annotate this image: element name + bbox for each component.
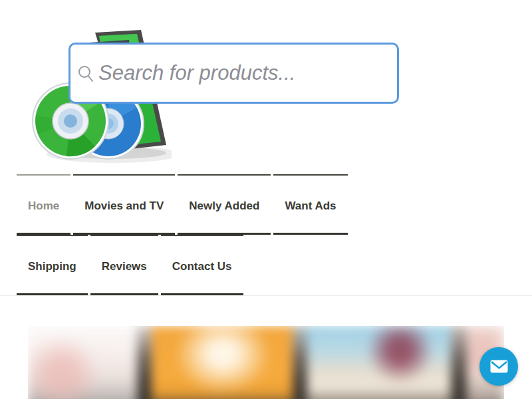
nav-item-home[interactable]: Home — [17, 174, 70, 235]
nav-row-2: Shipping Reviews Contact Us — [17, 235, 532, 295]
nav-item-want-ads[interactable]: Want Ads — [273, 174, 347, 235]
product-search — [68, 43, 399, 104]
nav-item-movies-and-tv[interactable]: Movies and TV — [73, 174, 175, 235]
hero-image — [28, 326, 504, 399]
envelope-icon — [490, 360, 508, 373]
hero-blur-layer — [28, 326, 504, 399]
nav-item-shipping[interactable]: Shipping — [17, 235, 88, 295]
nav-item-contact-us[interactable]: Contact Us — [161, 235, 243, 295]
main-navigation: Home Movies and TV Newly Added Want Ads … — [0, 174, 532, 296]
chat-contact-button[interactable] — [479, 347, 518, 386]
storefront-page: Home Movies and TV Newly Added Want Ads … — [0, 0, 532, 399]
nav-item-newly-added[interactable]: Newly Added — [178, 174, 271, 235]
nav-item-reviews[interactable]: Reviews — [90, 235, 158, 295]
nav-row-1: Home Movies and TV Newly Added Want Ads — [17, 174, 532, 235]
search-input[interactable] — [68, 43, 399, 104]
